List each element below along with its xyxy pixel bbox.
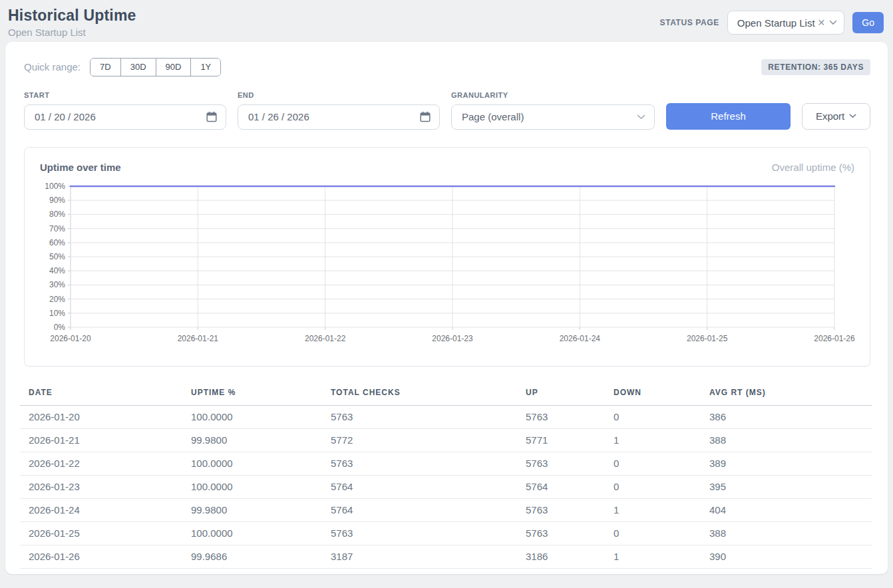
table-cell: 395 [701, 475, 872, 498]
table-cell: 386 [701, 405, 872, 428]
quick-range-group: 7D30D90D1Y [90, 58, 221, 76]
main-panel: Quick range: 7D30D90D1Y RETENTION: 365 D… [5, 42, 888, 574]
table-cell: 2026-01-23 [20, 475, 182, 498]
go-button[interactable]: Go [852, 12, 884, 33]
table-cell: 5763 [517, 452, 605, 475]
svg-text:100%: 100% [45, 182, 65, 191]
table-cell: 99.9800 [182, 498, 322, 521]
svg-text:70%: 70% [49, 223, 65, 233]
table-cell: 5763 [322, 521, 517, 545]
end-date-field: END 01 / 26 / 2026 [238, 91, 440, 130]
quick-range-30d[interactable]: 30D [120, 59, 156, 76]
table-cell: 390 [701, 545, 872, 568]
status-page-label: STATUS PAGE [660, 18, 719, 27]
uptime-table: DATEUPTIME %TOTAL CHECKSUPDOWNAVG RT (MS… [20, 382, 872, 569]
quick-range-90d[interactable]: 90D [156, 59, 191, 76]
table-cell: 100.0000 [182, 475, 322, 498]
clear-selection-icon[interactable]: ✕ [818, 17, 826, 28]
table-cell: 5763 [517, 498, 605, 521]
column-header: DATE [20, 382, 182, 406]
table-cell: 2026-01-25 [20, 521, 182, 545]
end-date-label: END [238, 91, 440, 99]
table-cell: 3186 [517, 545, 605, 568]
table-cell: 388 [701, 521, 872, 545]
end-date-value: 01 / 26 / 2026 [248, 111, 309, 122]
granularity-value: Page (overall) [462, 111, 524, 122]
table-header-row: DATEUPTIME %TOTAL CHECKSUPDOWNAVG RT (MS… [20, 382, 872, 406]
granularity-label: GRANULARITY [451, 91, 655, 99]
table-row: 2026-01-23100.0000576457640395 [20, 475, 872, 498]
uptime-chart: 0%10%20%30%40%50%60%70%80%90%100%2026-01… [40, 180, 854, 357]
table-cell: 5764 [322, 498, 517, 521]
table-cell: 0 [605, 452, 701, 475]
granularity-select[interactable]: Page (overall) [451, 104, 655, 130]
table-cell: 0 [605, 475, 701, 498]
table-cell: 1 [605, 428, 701, 452]
svg-text:2026-01-26: 2026-01-26 [814, 334, 855, 343]
table-row: 2026-01-25100.0000576357630388 [20, 521, 872, 545]
quick-range-label: Quick range: [24, 61, 81, 73]
page-subtitle: Open Startup List [8, 27, 136, 38]
table-cell: 99.9800 [182, 428, 322, 452]
table-row: 2026-01-2199.9800577257711388 [20, 428, 872, 452]
svg-text:20%: 20% [49, 294, 65, 303]
table-cell: 2026-01-22 [20, 452, 182, 475]
table-cell: 2026-01-26 [20, 545, 182, 568]
table-cell: 99.9686 [182, 545, 322, 568]
table-row: 2026-01-2699.9686318731861390 [20, 545, 872, 568]
table-cell: 388 [701, 428, 872, 452]
start-date-input[interactable]: 01 / 20 / 2026 [24, 104, 226, 130]
chart-title: Uptime over time [40, 162, 121, 173]
column-header: UP [517, 382, 605, 406]
table-cell: 5764 [322, 475, 517, 498]
calendar-icon[interactable] [206, 111, 217, 122]
table-cell: 5772 [322, 428, 517, 452]
export-button-label: Export [816, 110, 844, 122]
svg-text:90%: 90% [49, 196, 65, 205]
uptime-chart-card: Uptime over time Overall uptime (%) 0%10… [24, 147, 870, 367]
refresh-button[interactable]: Refresh [666, 103, 791, 130]
table-cell: 100.0000 [182, 452, 322, 475]
table-cell: 1 [605, 498, 701, 521]
table-row: 2026-01-22100.0000576357630389 [20, 452, 872, 475]
start-date-label: START [24, 91, 226, 99]
svg-text:60%: 60% [49, 237, 65, 247]
table-cell: 5763 [517, 405, 605, 428]
status-page-controls: STATUS PAGE Open Startup List ✕ Go [660, 7, 885, 35]
table-row: 2026-01-20100.0000576357630386 [20, 405, 872, 428]
page-heading: Historical Uptime Open Startup List [8, 7, 136, 38]
export-button[interactable]: Export [802, 103, 870, 130]
table-row: 2026-01-2499.9800576457631404 [20, 498, 872, 521]
table-cell: 3187 [322, 545, 517, 568]
svg-text:80%: 80% [49, 210, 65, 219]
start-date-value: 01 / 20 / 2026 [35, 111, 96, 122]
table-cell: 100.0000 [182, 521, 322, 545]
chevron-down-icon [637, 114, 645, 120]
calendar-icon[interactable] [420, 111, 431, 122]
uptime-table-wrap: DATEUPTIME %TOTAL CHECKSUPDOWNAVG RT (MS… [20, 382, 873, 569]
svg-text:2026-01-22: 2026-01-22 [305, 334, 346, 343]
chart-legend-label: Overall uptime (%) [772, 162, 854, 173]
table-cell: 2026-01-21 [20, 428, 182, 452]
table-cell: 5763 [322, 405, 517, 428]
svg-text:40%: 40% [49, 266, 65, 275]
svg-text:2026-01-23: 2026-01-23 [432, 334, 473, 343]
column-header: UPTIME % [182, 382, 322, 406]
top-bar: Historical Uptime Open Startup List STAT… [0, 0, 893, 42]
quick-range-1y[interactable]: 1Y [190, 59, 220, 76]
svg-text:2026-01-21: 2026-01-21 [178, 334, 219, 343]
svg-text:50%: 50% [49, 252, 65, 261]
svg-text:0%: 0% [54, 323, 66, 332]
quick-range-row: Quick range: 7D30D90D1Y RETENTION: 365 D… [24, 58, 870, 76]
status-page-select[interactable]: Open Startup List ✕ [727, 11, 844, 35]
table-cell: 2026-01-24 [20, 498, 182, 521]
retention-badge: RETENTION: 365 DAYS [761, 59, 870, 75]
end-date-input[interactable]: 01 / 26 / 2026 [238, 104, 440, 130]
svg-text:2026-01-20: 2026-01-20 [50, 334, 91, 343]
table-cell: 100.0000 [182, 405, 322, 428]
table-cell: 5763 [322, 452, 517, 475]
quick-range-7d[interactable]: 7D [90, 59, 120, 76]
column-header: AVG RT (MS) [701, 382, 872, 406]
column-header: DOWN [605, 382, 701, 406]
svg-text:10%: 10% [49, 308, 65, 317]
